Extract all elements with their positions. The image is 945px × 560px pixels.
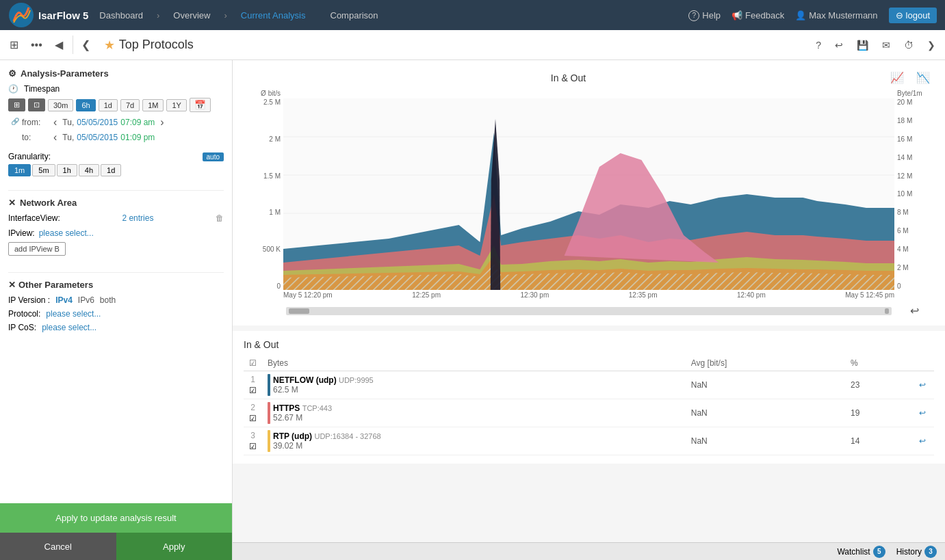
ipview-select-link[interactable]: please select...: [39, 228, 94, 238]
network-area-section: ✕ Network Area InterfaceView: 2 entries …: [8, 198, 224, 261]
time-btn-1d[interactable]: 1d: [99, 99, 118, 111]
help-button[interactable]: Help: [688, 10, 721, 21]
interface-entries-link[interactable]: 2 entries: [122, 213, 153, 223]
logout-label: logout: [906, 10, 930, 21]
chart-scrollbar-area: ↩: [244, 302, 934, 325]
undo-button[interactable]: ↩: [831, 37, 847, 53]
time-btn-6h[interactable]: 6h: [76, 99, 95, 111]
row2-link-icon[interactable]: ↩: [919, 408, 926, 418]
logout-icon: ⊖: [896, 10, 903, 21]
row2-protocol-name: HTTPS TCP:443: [273, 403, 332, 413]
gran-btn-1m[interactable]: 1m: [8, 164, 31, 176]
gran-btn-4h[interactable]: 4h: [79, 164, 99, 176]
y-left-axis-label: Ø bit/s: [244, 90, 283, 97]
to-time-value: 01:09 pm: [120, 133, 155, 142]
time-btn-custom[interactable]: ⊞: [8, 98, 25, 111]
collapse-sidebar-button[interactable]: ◀: [51, 36, 67, 54]
x-label-1220: May 5 12:20 pm: [283, 291, 333, 299]
feedback-label: Feedback: [745, 10, 784, 21]
row3-checkbox[interactable]: ☑: [249, 442, 257, 451]
gran-btn-1h[interactable]: 1h: [57, 164, 77, 176]
chevron-left-icon: ◀: [55, 39, 63, 51]
col-avg-header: Avg [bit/s]: [686, 356, 845, 371]
nav-comparison[interactable]: Comparison: [331, 10, 378, 21]
date-fields: from: ‹ Tu, 05/05/2015 07:09 am › to: ‹ …: [22, 116, 224, 146]
time-btn-30m[interactable]: 30m: [48, 99, 73, 111]
from-date-prev-button[interactable]: ‹: [51, 116, 60, 129]
delete-interface-icon[interactable]: 🗑: [216, 213, 224, 223]
main-layout: ⚙ Analysis-Parameters 🕐 Timespan ⊞ ⊡ 30m…: [0, 60, 945, 560]
scrollbar-track[interactable]: [286, 307, 892, 315]
chart-body: 2.5 M 2 M 1.5 M 1 M 500 K 0: [244, 98, 934, 290]
link-chain-icon: 🔗: [11, 118, 19, 125]
bottom-status-bar: Watchlist 5 History 3: [233, 542, 945, 560]
star-icon: ★: [104, 38, 115, 53]
y-label-1m: 1 M: [269, 209, 281, 216]
both-option[interactable]: both: [100, 295, 116, 305]
granularity-buttons-row: 1m 5m 1h 4h 1d: [8, 164, 224, 176]
email-button[interactable]: ✉: [878, 37, 894, 53]
cancel-button[interactable]: Cancel: [0, 533, 116, 560]
time-btn-custom2[interactable]: ⊡: [28, 98, 45, 111]
x-label-1230: 12:30 pm: [521, 291, 549, 299]
col-bytes-header: Bytes: [262, 356, 686, 371]
brand-logo-icon: [8, 2, 34, 28]
line-chart-button[interactable]: 📉: [912, 68, 934, 87]
timespan-label: Timespan: [24, 84, 60, 94]
watchlist-button[interactable]: Watchlist 5: [837, 546, 885, 558]
area-chart-button[interactable]: 📈: [886, 68, 908, 87]
main-nav: Dashboard › Overview › Current Analysis …: [99, 10, 378, 21]
y-right-12m: 12 M: [897, 172, 912, 180]
calendar-button[interactable]: 📅: [190, 98, 211, 112]
nav-right-area: Help 📢 Feedback 👤 Max Mustermann ⊖ logou…: [688, 8, 937, 23]
next-page-button[interactable]: ❯: [923, 37, 940, 53]
add-ipview-button[interactable]: add IPView B: [8, 242, 66, 256]
gran-btn-1d[interactable]: 1d: [101, 164, 121, 176]
to-date-prev-button[interactable]: ‹: [51, 131, 60, 144]
row3-link-icon[interactable]: ↩: [919, 436, 926, 446]
time-btn-7d[interactable]: 7d: [120, 99, 140, 111]
history-chart-button[interactable]: ⏱: [900, 37, 918, 53]
feedback-button[interactable]: 📢 Feedback: [732, 10, 784, 21]
nav-overview[interactable]: Overview: [173, 10, 210, 21]
save-button[interactable]: 💾: [853, 37, 872, 53]
table-header: ☑ Bytes Avg [bit/s] %: [244, 356, 934, 371]
user-menu-button[interactable]: 👤 Max Mustermann: [795, 10, 877, 21]
to-date-value: 05/05/2015: [77, 133, 118, 142]
protocol-select-link[interactable]: please select...: [46, 309, 101, 319]
header-checkbox-icon[interactable]: ☑: [249, 358, 257, 368]
time-btn-1y[interactable]: 1Y: [166, 99, 186, 111]
undo-icon: ↩: [835, 40, 843, 51]
table-row: 1 ☑ NETFLOW (udp) UDP:9995 62.5 M: [244, 371, 934, 399]
feedback-icon: 📢: [732, 10, 742, 21]
nav-current-analysis[interactable]: Current Analysis: [241, 10, 306, 21]
divider-2: [8, 272, 224, 273]
history-button[interactable]: History 3: [896, 546, 937, 558]
grid-icon: ⊞: [10, 39, 18, 51]
y-axis-right: 20 M 18 M 16 M 14 M 12 M 10 M 8 M 6 M 4 …: [894, 98, 934, 290]
apply-footer-buttons: Cancel Apply: [0, 533, 232, 560]
table-row: 3 ☑ RTP (udp) UDP:16384 - 32768 39.02 M: [244, 427, 934, 455]
ip-cos-select-link[interactable]: please select...: [42, 323, 96, 332]
help-info-button[interactable]: ?: [812, 37, 825, 53]
row1-checkbox[interactable]: ☑: [249, 386, 257, 395]
logout-button[interactable]: ⊖ logout: [889, 8, 937, 23]
chart-back-button[interactable]: ↩: [906, 302, 923, 320]
nav-dashboard[interactable]: Dashboard: [99, 10, 143, 21]
row1-link-icon[interactable]: ↩: [919, 380, 926, 390]
x-axis-labels: May 5 12:20 pm 12:25 pm 12:30 pm 12:35 p…: [283, 291, 894, 299]
row2-avg-value: NaN: [686, 399, 845, 427]
time-btn-1m[interactable]: 1M: [142, 99, 164, 111]
more-options-button[interactable]: •••: [27, 36, 47, 54]
scrollbar-right-area: ↩: [894, 302, 934, 320]
apply-button[interactable]: Apply: [116, 533, 233, 560]
ipv6-option[interactable]: IPv6: [78, 295, 94, 305]
ipv4-value[interactable]: IPv4: [55, 295, 73, 305]
grid-menu-button[interactable]: ⊞: [5, 36, 23, 54]
ip-cos-row: IP CoS: please select...: [8, 323, 224, 332]
row2-checkbox[interactable]: ☑: [249, 414, 257, 423]
from-date-value: 05/05/2015: [77, 118, 118, 127]
from-date-next-button[interactable]: ›: [157, 116, 166, 129]
prev-page-button[interactable]: ❮: [77, 36, 94, 54]
gran-btn-5m[interactable]: 5m: [32, 164, 55, 176]
